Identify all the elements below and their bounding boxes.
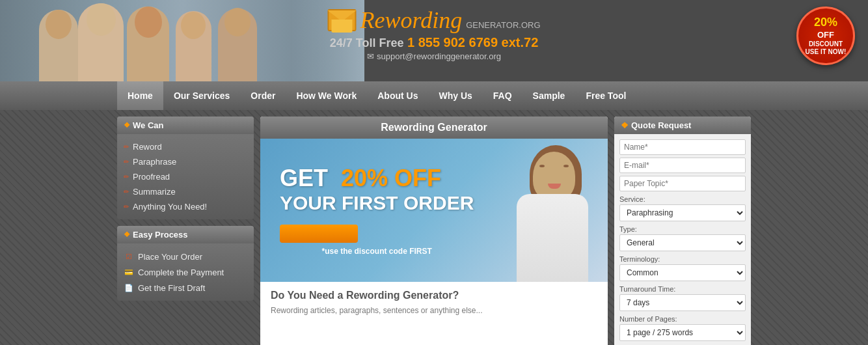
bullet-icon: ✏	[124, 173, 129, 180]
email-text: support@rewordinggenerator.org	[377, 51, 501, 61]
body-shape	[517, 194, 588, 282]
pages-select[interactable]: 1 page / 275 words 2 pages / 550 words 3…	[619, 324, 746, 341]
article-text: Rewording articles, paragraphs, sentence…	[271, 305, 597, 316]
we-can-title: ❖ We Can	[117, 117, 254, 134]
discount-off: OFF	[817, 30, 834, 40]
draft-icon: 📄	[124, 283, 134, 293]
nav-home[interactable]: Home	[117, 81, 163, 110]
nav-about-us[interactable]: About Us	[367, 81, 428, 110]
logo-suffix: GENERATOR.ORG	[466, 20, 540, 30]
list-item[interactable]: ✏ Reword	[124, 139, 247, 154]
type-label: Type:	[619, 225, 746, 233]
bullet-icon: ✏	[124, 143, 129, 150]
turnaround-select[interactable]: 7 days 5 days 3 days	[619, 294, 746, 311]
header-email: ✉ support@rewordinggenerator.org	[367, 51, 501, 61]
nav-how-we-work[interactable]: How We Work	[286, 81, 367, 110]
easy-process-title: ❖ Easy Process	[117, 226, 254, 243]
name-input[interactable]	[619, 139, 746, 155]
left-sidebar: ❖ We Can ✏ Reword ✏ Paraphrase ✏ Proofre…	[117, 117, 254, 345]
quote-diamond-icon: ❖	[621, 120, 629, 130]
logo-text: Rewording	[360, 7, 462, 34]
discount-code-note: *use the discount code FIRST	[280, 247, 474, 256]
banner-headline-1: GET 20% OFF	[280, 165, 474, 192]
header-students-image	[0, 0, 364, 81]
main-nav: Home Our Services Order How We Work Abou…	[0, 81, 868, 110]
article-title: Do You Need a Rewording Generator?	[271, 290, 597, 301]
easy-process-diamond-icon: ❖	[124, 230, 130, 239]
nav-sample[interactable]: Sample	[522, 81, 576, 110]
topic-input[interactable]	[619, 176, 746, 191]
article-section: Do You Need a Rewording Generator? Rewor…	[260, 282, 608, 324]
step-payment: Complete the Payment	[138, 268, 224, 277]
phone-prefix: 24/7 Toll Free	[330, 36, 404, 49]
easy-process-list: ☑ Place Your Order 💳 Complete the Paymen…	[117, 243, 254, 301]
terminology-label: Terminology:	[619, 255, 746, 263]
main-content: ❖ We Can ✏ Reword ✏ Paraphrase ✏ Proofre…	[0, 110, 868, 345]
quote-form: Service: Paraphrasing Rewording Proofrea…	[614, 134, 751, 345]
logo-container: RewordingGENERATOR.ORG	[327, 7, 540, 34]
list-item[interactable]: ✏ Anything You Need!	[124, 199, 247, 214]
bullet-icon: ✏	[124, 188, 129, 195]
center-content: Rewording Generator GET 20% OFF YOUR FIR…	[260, 117, 608, 345]
students-photo	[0, 0, 364, 81]
quote-request-box: ❖ Quote Request Service: Paraphrasing Re…	[614, 117, 751, 345]
discount-note-text: *use the discount code	[321, 247, 407, 256]
pages-label: Number of Pages:	[619, 315, 746, 323]
email-icon: ✉	[367, 51, 374, 61]
list-item[interactable]: ✏ Summarize	[124, 184, 247, 199]
woman-image	[497, 139, 601, 282]
item-proofread: Proofread	[133, 172, 170, 182]
terminology-select[interactable]: Common Academic Technical	[619, 264, 746, 281]
nav-why-us[interactable]: Why Us	[428, 81, 482, 110]
discount-highlight: 20% OFF	[341, 165, 441, 191]
nav-free-tool[interactable]: Free Tool	[575, 81, 636, 110]
service-select[interactable]: Paraphrasing Rewording Proofreading Summ…	[619, 204, 746, 221]
header: RewordingGENERATOR.ORG 24/7 Toll Free 1 …	[0, 0, 868, 81]
we-can-list: ✏ Reword ✏ Paraphrase ✏ Proofread ✏ Summ…	[117, 134, 254, 219]
banner-text-area: GET 20% OFF YOUR FIRST ORDER *use the di…	[260, 152, 493, 269]
discount-badge[interactable]: 20% OFF DISCOUNT USE IT NOW!	[796, 7, 855, 65]
payment-icon: 💳	[124, 267, 134, 277]
discount-code-text: FIRST	[409, 247, 432, 256]
easy-process-box: ❖ Easy Process ☑ Place Your Order 💳 Comp…	[117, 226, 254, 301]
list-item[interactable]: 📄 Get the First Draft	[124, 280, 247, 296]
head-shape	[533, 152, 575, 200]
place-order-icon: ☑	[124, 251, 134, 262]
easy-process-label: Easy Process	[133, 230, 188, 240]
nav-order[interactable]: Order	[240, 81, 286, 110]
we-can-diamond-icon: ❖	[124, 121, 130, 130]
promo-banner: GET 20% OFF YOUR FIRST ORDER *use the di…	[260, 139, 608, 282]
email-input[interactable]	[619, 158, 746, 173]
list-item[interactable]: ✏ Proofread	[124, 169, 247, 184]
order-now-button[interactable]	[280, 225, 358, 243]
bullet-icon: ✏	[124, 158, 129, 165]
item-reword: Reword	[133, 142, 162, 152]
list-item[interactable]: ☑ Place Your Order	[124, 249, 247, 264]
item-summarize: Summarize	[133, 187, 176, 197]
type-select[interactable]: General Academic Technical	[619, 234, 746, 251]
quote-title: ❖ Quote Request	[614, 117, 751, 134]
banner-headline-2: YOUR FIRST ORDER	[280, 192, 474, 214]
bullet-icon: ✏	[124, 203, 129, 210]
list-item[interactable]: 💳 Complete the Payment	[124, 264, 247, 280]
discount-percent: 20%	[814, 16, 837, 30]
we-can-label: We Can	[133, 120, 163, 130]
nav-faq[interactable]: FAQ	[483, 81, 522, 110]
step-place-order: Place Your Order	[138, 252, 202, 262]
nav-our-services[interactable]: Our Services	[163, 81, 240, 110]
phone-number: 1 855 902 6769 ext.72	[407, 35, 538, 49]
step-draft: Get the First Draft	[138, 283, 205, 293]
quote-title-label: Quote Request	[631, 120, 691, 130]
center-title: Rewording Generator	[260, 117, 608, 139]
turnaround-label: Turnaround Time:	[619, 285, 746, 293]
service-label: Service:	[619, 195, 746, 203]
header-phone: 24/7 Toll Free 1 855 902 6769 ext.72	[330, 35, 539, 50]
header-center: RewordingGENERATOR.ORG 24/7 Toll Free 1 …	[327, 7, 540, 61]
discount-cta: USE IT NOW!	[806, 48, 847, 56]
item-paraphrase: Paraphrase	[133, 157, 176, 167]
list-item[interactable]: ✏ Paraphrase	[124, 154, 247, 169]
discount-label: DISCOUNT	[809, 40, 843, 48]
item-anything: Anything You Need!	[133, 202, 207, 212]
we-can-box: ❖ We Can ✏ Reword ✏ Paraphrase ✏ Proofre…	[117, 117, 254, 219]
